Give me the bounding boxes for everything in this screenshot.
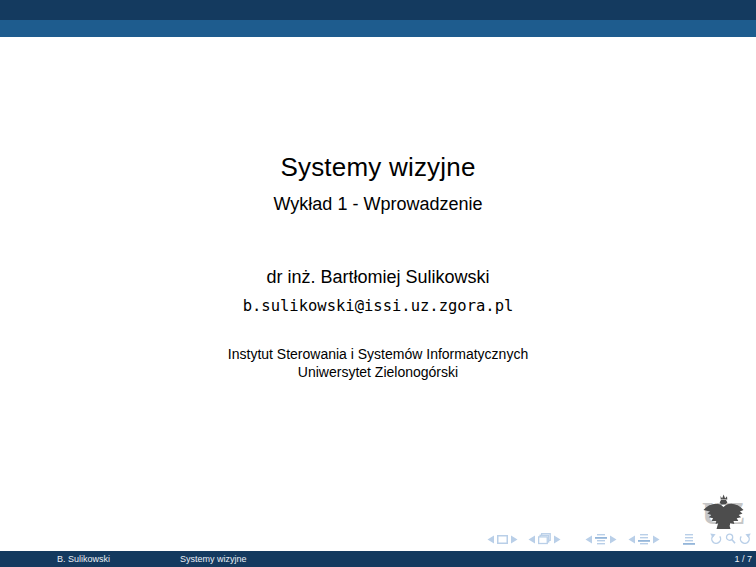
institute-block: Instytut Sterowania i Systemów Informaty… [0,346,756,381]
subsection-nav-group [585,534,617,545]
uz-logo-graphic: UZ [701,493,746,531]
slide-nav-group [487,535,518,544]
appendix-nav-group [683,534,695,545]
beamer-slide: Systemy wizyjne Wykład 1 - Wprowadzenie … [0,0,756,567]
find-icon[interactable] [725,533,736,545]
prev-slide-icon[interactable] [487,535,494,544]
next-slide-icon[interactable] [511,535,518,544]
subsection-icon[interactable] [595,534,607,545]
history-nav-group [709,533,752,545]
institute-line-2: Uniwersytet Zielonogórski [0,364,756,382]
frame-nav-group [528,533,561,545]
footer-bar: B. Sulikowski Systemy wizyjne 1 / 7 [0,551,756,567]
beamer-navigation-bar [487,532,752,546]
author-email: b.sulikowski@issi.uz.zgora.pl [0,297,756,315]
author-name: dr inż. Bartłomiej Sulikowski [0,267,756,288]
slide-icon[interactable] [497,535,508,544]
slide-title: Systemy wizyjne [0,152,756,183]
prev-subsection-icon[interactable] [585,535,592,544]
section-nav-group [628,534,660,545]
footer-page-number: 1 / 7 [734,551,752,567]
footer-author: B. Sulikowski [57,551,110,567]
next-subsection-icon[interactable] [610,535,617,544]
next-frame-icon[interactable] [554,535,561,544]
institute-line-1: Instytut Sterowania i Systemów Informaty… [0,346,756,364]
back-icon[interactable] [709,533,722,545]
section-icon[interactable] [638,534,650,545]
forward-icon[interactable] [739,533,752,545]
footer-title: Systemy wizyjne [180,551,247,567]
appendix-icon[interactable] [683,534,695,545]
header-bar-dark [0,0,756,20]
slide-subtitle: Wykład 1 - Wprowadzenie [0,194,756,215]
prev-frame-icon[interactable] [528,535,535,544]
header-bar-light [0,20,756,37]
prev-section-icon[interactable] [628,535,635,544]
frame-icon[interactable] [538,533,551,545]
university-logo: UZ [701,493,746,531]
next-section-icon[interactable] [653,535,660,544]
